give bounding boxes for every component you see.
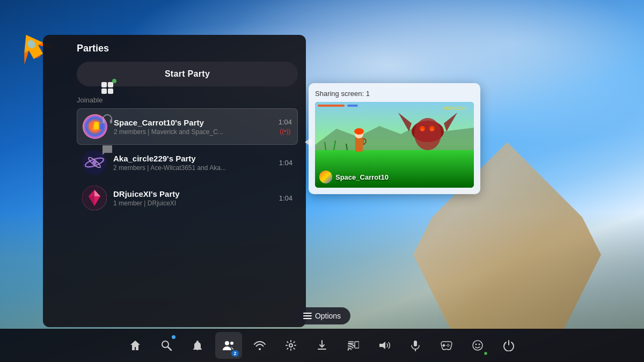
sidebar-icon-parties[interactable] — [97, 78, 118, 98]
svg-marker-55 — [379, 342, 385, 349]
svg-point-62 — [448, 346, 449, 347]
sharing-label: Sharing screen: 1 — [315, 90, 474, 98]
party-members-space-carrot: 2 members | Maverick and Space_C... — [114, 128, 274, 136]
svg-point-39 — [431, 129, 433, 131]
svg-line-47 — [168, 347, 171, 350]
emoji-green-dot — [484, 351, 488, 356]
svg-rect-20 — [101, 88, 107, 94]
sidebar-icon-headset[interactable] — [97, 109, 118, 129]
party-members-aka: 2 members | Ace-Wilcat3651 and Aka... — [113, 164, 275, 172]
taskbar: 2 — [0, 329, 644, 362]
sharing-video: HORIZON Space_Carrot10 — [315, 102, 474, 188]
svg-rect-56 — [414, 341, 417, 346]
svg-text:HORIZON: HORIZON — [444, 106, 466, 111]
taskbar-friends[interactable]: 2 — [215, 332, 242, 359]
taskbar-settings[interactable] — [277, 332, 304, 359]
svg-point-48 — [225, 341, 229, 345]
parties-panel: Parties Start Party Joinable — [43, 35, 306, 327]
sharing-popup: Sharing screen: 1 — [309, 83, 480, 194]
svg-rect-40 — [318, 105, 345, 107]
svg-point-51 — [348, 349, 349, 351]
svg-point-60 — [448, 344, 449, 345]
party-time-aka: 1:04 — [279, 159, 292, 167]
panel-title: Parties — [77, 43, 298, 54]
svg-rect-6 — [89, 123, 93, 128]
taskbar-power[interactable] — [495, 332, 522, 359]
svg-point-33 — [414, 118, 441, 150]
svg-point-65 — [475, 344, 477, 345]
svg-point-66 — [479, 344, 480, 345]
svg-point-63 — [447, 345, 448, 346]
options-icon — [303, 313, 312, 319]
options-button[interactable]: Options — [294, 307, 350, 324]
taskbar-notifications[interactable] — [184, 332, 211, 359]
svg-point-30 — [354, 128, 364, 135]
svg-rect-28 — [355, 137, 363, 152]
taskbar-download[interactable] — [309, 332, 335, 359]
sharing-username: Space_Carrot10 — [335, 173, 389, 181]
svg-rect-18 — [101, 82, 107, 87]
svg-rect-45 — [303, 318, 312, 319]
svg-point-49 — [230, 342, 233, 345]
friends-badge: 2 — [231, 350, 239, 357]
svg-point-50 — [289, 344, 292, 347]
party-info-aka: Aka_circle229's Party 2 members | Ace-Wi… — [113, 154, 275, 172]
party-time-space-carrot: 1:04 ((•)) — [279, 118, 292, 135]
svg-rect-21 — [108, 88, 113, 94]
svg-rect-43 — [303, 313, 312, 314]
taskbar-cast[interactable] — [340, 332, 367, 359]
search-blue-dot — [172, 335, 175, 339]
svg-rect-41 — [347, 105, 358, 107]
party-name-drjuice: DRjuiceXI's Party — [113, 189, 275, 198]
party-info-space-carrot: Space_Carrot10's Party 2 members | Maver… — [114, 118, 274, 136]
taskbar-volume[interactable] — [371, 332, 398, 359]
sidebar-icon-chat[interactable] — [97, 140, 118, 160]
taskbar-wifi[interactable] — [246, 332, 273, 359]
parties-dot — [112, 79, 116, 83]
taskbar-home[interactable] — [122, 332, 149, 359]
taskbar-gamepad[interactable] — [433, 332, 460, 359]
live-icon: ((•)) — [280, 128, 290, 135]
taskbar-mic[interactable] — [402, 332, 429, 359]
party-members-drjuice: 1 member | DRjuiceXI — [113, 200, 275, 207]
svg-rect-52 — [355, 342, 359, 348]
svg-point-61 — [449, 345, 450, 346]
party-name-space-carrot: Space_Carrot10's Party — [114, 118, 274, 127]
svg-point-38 — [421, 129, 423, 131]
party-time-drjuice: 1:04 — [279, 194, 292, 202]
party-info-drjuice: DRjuiceXI's Party 1 member | DRjuiceXI — [113, 189, 275, 207]
svg-rect-19 — [108, 82, 113, 87]
sharing-user: Space_Carrot10 — [319, 171, 389, 183]
taskbar-emoji[interactable] — [464, 332, 491, 359]
svg-point-64 — [473, 341, 482, 350]
sharing-user-avatar — [319, 171, 332, 183]
svg-rect-44 — [303, 315, 312, 316]
sidebar — [94, 70, 121, 292]
taskbar-search[interactable] — [153, 332, 180, 359]
party-name-aka: Aka_circle229's Party — [113, 154, 275, 163]
